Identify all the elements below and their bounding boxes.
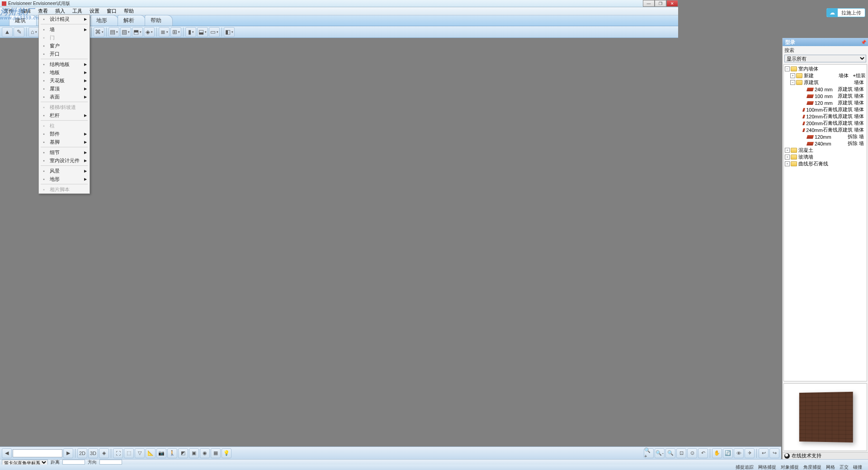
menu-item[interactable]: ▪窗户 <box>39 42 90 50</box>
menu-item: ▪楼梯/斜坡道 <box>39 103 90 111</box>
menu-item[interactable]: ▪设计精灵▶ <box>39 15 90 23</box>
menu-tools[interactable]: 工具 <box>69 7 86 15</box>
menu-item[interactable]: ▪墙▶ <box>39 25 90 33</box>
close-button[interactable]: ✕ <box>666 0 678 7</box>
menu-item[interactable]: ▪部件▶ <box>39 130 90 138</box>
camera-tool-icon[interactable]: ⌘ <box>94 27 104 37</box>
ribbon-tabs: 建筑 室内 风景 地形 解析 帮助 <box>0 15 678 26</box>
minimize-button[interactable]: — <box>643 0 655 7</box>
brush-tool-icon[interactable]: ✎ <box>14 27 24 37</box>
component-tool-icon[interactable]: ⬓ <box>197 27 208 37</box>
menu-item[interactable]: ▪开口 <box>39 50 90 58</box>
column-tool-icon[interactable]: ▮ <box>185 27 196 37</box>
separator <box>26 28 27 37</box>
menu-insert[interactable]: 插入 <box>52 7 69 15</box>
separator <box>222 28 222 37</box>
footing-tool-icon[interactable]: ▭ <box>209 27 220 37</box>
menu-item[interactable]: ▪栏杆▶ <box>39 111 90 119</box>
tab-analysis[interactable]: 解析 <box>118 15 146 26</box>
menu-item: ▪相片脚本 <box>39 185 90 193</box>
struct-floor-tool-icon[interactable]: ▧ <box>120 27 131 37</box>
menu-item[interactable]: ▪室内设计元件▶ <box>39 156 90 164</box>
menu-item[interactable]: ▪结构地板▶ <box>39 60 90 68</box>
railing-tool-icon[interactable]: ⊞ <box>170 27 181 37</box>
window-title: Envisioneer Envisioneer试用版 <box>8 0 70 7</box>
separator <box>106 28 107 37</box>
insert-dropdown-menu: ▪设计精灵▶▪墙▶▪门▪窗户▪开口▪结构地板▶▪地板▶▪天花板▶▪屋顶▶▪表面▶… <box>38 14 90 194</box>
canvas-workspace[interactable] <box>0 38 678 367</box>
main-toolbar: ▲ ✎ ⌂ ▥ ▢ ▦ ◫ ⌘ ▤ ▧ ⬒ ◈ ≣ ⊞ ▮ ⬓ ▭ ◧ <box>0 26 678 38</box>
menu-item[interactable]: ▪屋顶▶ <box>39 85 90 93</box>
menu-item[interactable]: ▪地形▶ <box>39 175 90 183</box>
menu-item: ▪门 <box>39 33 90 42</box>
separator <box>183 28 184 37</box>
menu-item[interactable]: ▪天花板▶ <box>39 76 90 85</box>
menu-item[interactable]: ▪风景▶ <box>39 167 90 175</box>
menu-settings[interactable]: 设置 <box>86 7 103 15</box>
stair-tool-icon[interactable]: ≣ <box>159 27 170 37</box>
detail-tool-icon[interactable]: ◧ <box>224 27 235 37</box>
menu-item[interactable]: ▪基脚▶ <box>39 138 90 146</box>
separator <box>91 28 92 37</box>
menu-item[interactable]: ▪细节▶ <box>39 148 90 156</box>
separator <box>156 28 157 37</box>
app-icon <box>2 1 6 6</box>
window-titlebar: Envisioneer Envisioneer试用版 — ❐ ✕ <box>0 0 678 7</box>
roof-tool-icon[interactable]: ⬒ <box>132 27 143 37</box>
menu-item: ▪柱 <box>39 122 90 130</box>
house-tool-icon[interactable]: ⌂ <box>28 27 39 37</box>
tab-terrain[interactable]: 地形 <box>90 15 118 26</box>
pointer-tool-icon[interactable]: ▲ <box>2 27 13 37</box>
maximize-button[interactable]: ❐ <box>655 0 666 7</box>
ceiling-tool-icon[interactable]: ◈ <box>144 27 155 37</box>
watermark: 河卅软厂 www.pc0359.cn <box>0 6 39 20</box>
menu-window[interactable]: 窗口 <box>103 7 120 15</box>
menu-item[interactable]: ▪表面▶ <box>39 93 90 101</box>
menu-item[interactable]: ▪地板▶ <box>39 68 90 76</box>
tab-help[interactable]: 帮助 <box>145 15 173 26</box>
floor-tool-icon[interactable]: ▤ <box>108 27 119 37</box>
menubar: 文件 编辑 查看 插入 工具 设置 窗口 帮助 <box>0 7 678 15</box>
menu-help[interactable]: 帮助 <box>120 7 137 15</box>
